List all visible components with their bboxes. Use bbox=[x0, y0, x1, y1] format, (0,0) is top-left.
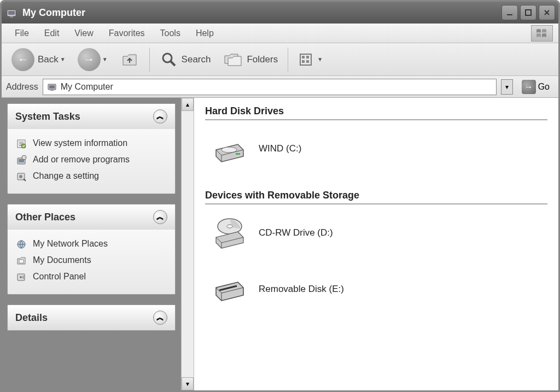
back-button[interactable]: ← Back ▼ bbox=[7, 46, 70, 73]
back-label: Back bbox=[38, 54, 59, 65]
folders-label: Folders bbox=[247, 54, 278, 65]
computer-icon bbox=[46, 81, 57, 92]
svg-rect-12 bbox=[302, 60, 305, 63]
address-input[interactable] bbox=[61, 82, 493, 92]
views-button[interactable]: ▼ bbox=[294, 50, 327, 69]
svg-rect-11 bbox=[306, 56, 309, 58]
views-dropdown-icon[interactable]: ▼ bbox=[317, 56, 323, 62]
menu-help[interactable]: Help bbox=[188, 25, 221, 42]
network-icon bbox=[15, 238, 27, 250]
svg-point-27 bbox=[20, 276, 22, 278]
menu-favorites[interactable]: Favorites bbox=[101, 25, 153, 42]
settings-icon bbox=[15, 171, 27, 183]
address-label: Address bbox=[6, 82, 38, 92]
svg-rect-16 bbox=[50, 90, 54, 91]
link-text: Control Panel bbox=[33, 271, 86, 283]
folder-up-icon bbox=[120, 50, 139, 69]
details-panel: Details ︽ bbox=[7, 305, 176, 331]
close-button[interactable] bbox=[539, 5, 555, 20]
drive-label: Removable Disk (E:) bbox=[259, 284, 344, 295]
svg-point-18 bbox=[21, 144, 26, 148]
window-title: My Computer bbox=[22, 7, 501, 19]
panel-header[interactable]: Other Places ︽ bbox=[8, 204, 175, 230]
link-text: My Documents bbox=[33, 255, 91, 266]
forward-icon: → bbox=[78, 48, 101, 71]
control-panel-icon bbox=[15, 271, 27, 283]
sidebar-scrollbar[interactable]: ▴ ▾ bbox=[181, 98, 194, 390]
search-button[interactable]: Search bbox=[155, 48, 215, 71]
svg-rect-1 bbox=[8, 11, 15, 15]
drive-item-e[interactable]: Removable Disk (E:) bbox=[205, 274, 547, 304]
menu-view[interactable]: View bbox=[67, 25, 101, 42]
svg-line-8 bbox=[171, 61, 175, 66]
panel-header[interactable]: Details ︽ bbox=[8, 305, 175, 330]
window: My Computer File Edit View Favorites Too… bbox=[0, 0, 560, 392]
scroll-up-button[interactable]: ▴ bbox=[182, 98, 194, 111]
svg-point-29 bbox=[221, 147, 237, 153]
hdd-icon bbox=[211, 133, 249, 163]
collapse-button[interactable]: ︽ bbox=[153, 311, 167, 325]
link-text: Change a setting bbox=[33, 171, 99, 182]
drive-label: CD-RW Drive (D:) bbox=[259, 227, 333, 238]
up-button[interactable] bbox=[115, 48, 144, 72]
menubar: File Edit View Favorites Tools Help bbox=[2, 24, 558, 43]
drive-item-c[interactable]: WIND (C:) bbox=[205, 133, 547, 163]
maximize-button[interactable] bbox=[520, 5, 536, 20]
link-text: My Network Places bbox=[33, 238, 108, 250]
main-content: Hard Disk Drives WIND (C:) Devices with … bbox=[194, 98, 558, 390]
link-text: Add or remove programs bbox=[33, 154, 130, 166]
search-icon bbox=[160, 50, 178, 69]
scroll-track[interactable] bbox=[182, 111, 194, 377]
svg-point-23 bbox=[19, 175, 22, 178]
menu-file[interactable]: File bbox=[7, 25, 37, 42]
collapse-button[interactable]: ︽ bbox=[153, 109, 167, 124]
network-places-link[interactable]: My Network Places bbox=[15, 236, 167, 253]
menu-edit[interactable]: Edit bbox=[37, 25, 67, 42]
panel-header[interactable]: System Tasks ︽ bbox=[8, 104, 175, 129]
view-system-info-link[interactable]: View system information bbox=[15, 136, 167, 152]
control-panel-link[interactable]: Control Panel bbox=[15, 269, 167, 285]
svg-rect-30 bbox=[236, 153, 240, 155]
svg-rect-28 bbox=[22, 276, 24, 279]
svg-rect-4 bbox=[526, 10, 531, 15]
drive-item-d[interactable]: CD-RW Drive (D:) bbox=[205, 218, 547, 248]
folders-button[interactable]: Folders bbox=[218, 48, 282, 71]
programs-icon bbox=[15, 154, 27, 166]
go-button[interactable]: → Go bbox=[517, 78, 554, 96]
forward-button[interactable]: → ▼ bbox=[73, 46, 112, 73]
panel-title: System Tasks bbox=[15, 111, 80, 122]
svg-rect-3 bbox=[507, 14, 512, 15]
addressbar: Address ▾ → Go bbox=[2, 76, 558, 98]
address-field[interactable] bbox=[43, 79, 497, 95]
svg-rect-25 bbox=[19, 260, 24, 263]
forward-dropdown-icon[interactable]: ▼ bbox=[102, 56, 108, 62]
panel-title: Other Places bbox=[15, 212, 75, 223]
search-label: Search bbox=[182, 54, 211, 65]
menu-tools[interactable]: Tools bbox=[153, 25, 188, 42]
svg-rect-13 bbox=[306, 60, 309, 63]
minimize-button[interactable] bbox=[501, 5, 518, 20]
svg-point-7 bbox=[163, 54, 172, 62]
back-dropdown-icon[interactable]: ▼ bbox=[60, 56, 66, 62]
svg-point-21 bbox=[22, 155, 26, 160]
change-setting-link[interactable]: Change a setting bbox=[15, 168, 167, 185]
back-icon: ← bbox=[11, 48, 34, 71]
my-documents-link[interactable]: My Documents bbox=[15, 253, 167, 269]
cdrom-icon bbox=[211, 218, 249, 248]
views-icon bbox=[298, 52, 316, 67]
section-title: Devices with Removable Storage bbox=[205, 190, 547, 204]
sidebar: System Tasks ︽ View system information A… bbox=[2, 98, 181, 390]
section-title: Hard Disk Drives bbox=[205, 106, 547, 120]
svg-rect-2 bbox=[10, 16, 13, 17]
svg-point-32 bbox=[227, 225, 232, 228]
titlebar[interactable]: My Computer bbox=[2, 2, 558, 24]
folders-icon bbox=[223, 50, 243, 69]
go-arrow-icon: → bbox=[522, 80, 536, 94]
add-remove-programs-link[interactable]: Add or remove programs bbox=[15, 152, 167, 168]
toolbar: ← Back ▼ → ▼ Search Folders ▼ bbox=[2, 43, 558, 76]
address-dropdown-button[interactable]: ▾ bbox=[501, 79, 513, 95]
scroll-down-button[interactable]: ▾ bbox=[182, 377, 194, 390]
go-label: Go bbox=[538, 82, 550, 92]
info-icon bbox=[15, 138, 27, 150]
collapse-button[interactable]: ︽ bbox=[153, 210, 167, 224]
